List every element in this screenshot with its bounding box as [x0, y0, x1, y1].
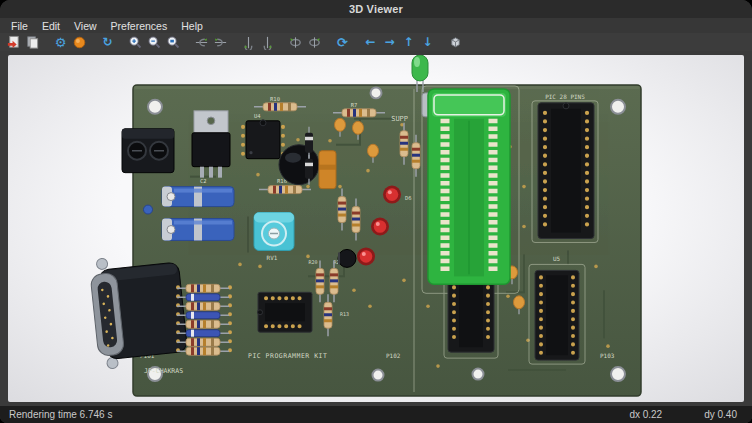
rotate-y-ccw-icon: [241, 35, 256, 50]
silkscreen-kit-title: PIC PROGRAMMER KIT: [248, 352, 327, 360]
viewport-canvas[interactable]: SUPP PIC 28 PINS U5 U4 R10 R7 R16 RV1 D6…: [8, 55, 744, 402]
menu-item-help[interactable]: Help: [174, 20, 210, 32]
window-title: 3D Viewer: [349, 3, 403, 15]
film-cap: [319, 151, 336, 189]
move-down-icon: ↓: [422, 36, 432, 48]
move-down-button[interactable]: ↓: [419, 34, 436, 50]
reload-board-button[interactable]: ⟳: [334, 34, 351, 50]
rotate-z-ccw-icon: [288, 35, 303, 50]
export-image-icon: [6, 35, 21, 50]
rotate-x-ccw-button[interactable]: [193, 34, 210, 50]
silkscreen-brand: JP-CHAKRAS: [144, 367, 183, 375]
silkscreen-rv1: RV1: [267, 254, 278, 261]
disc-cap-blue: [144, 205, 153, 214]
raytracing-button[interactable]: [71, 34, 88, 50]
transistor: [338, 249, 356, 267]
silkscreen-r20: R20: [308, 259, 317, 265]
silkscreen-d6: D6: [405, 195, 412, 201]
terminal-block: [122, 129, 174, 173]
zoom-in-icon: [128, 35, 143, 50]
dip-socket-14: [258, 292, 313, 332]
ic-socket-u5: [535, 270, 579, 360]
db9-connector: [89, 251, 189, 370]
silkscreen-r10: R10: [270, 96, 280, 102]
window: 3D Viewer File Edit View Preferences Hel…: [0, 0, 752, 423]
silkscreen-p103: P103: [600, 352, 615, 359]
export-image-button[interactable]: [5, 34, 22, 50]
move-right-icon: →: [384, 36, 394, 48]
status-bar: Rendering time 6.746 s dx 0.22 dy 0.40: [0, 406, 752, 423]
render-settings-button[interactable]: ⚙: [52, 34, 69, 50]
rotate-x-ccw-icon: [194, 35, 209, 50]
move-left-icon: ←: [365, 36, 375, 48]
red-led: [383, 186, 401, 204]
silkscreen-u4: U4: [254, 113, 261, 119]
gear-icon: ⚙: [55, 36, 67, 49]
reload-board-icon: ⟳: [337, 36, 348, 49]
silkscreen-r13: R13: [340, 311, 349, 317]
menu-item-file[interactable]: File: [4, 20, 35, 32]
ic-socket-mid: [448, 280, 494, 352]
trimmer-rv1: [254, 213, 294, 251]
viewport: SUPP PIC 28 PINS U5 U4 R10 R7 R16 RV1 D6…: [0, 51, 752, 406]
zif-socket: [422, 89, 510, 284]
title-bar[interactable]: 3D Viewer: [0, 0, 752, 18]
silkscreen-supply: SUPP: [391, 115, 408, 123]
rotate-x-cw-button[interactable]: [212, 34, 229, 50]
zoom-in-button[interactable]: [127, 34, 144, 50]
rotate-y-cw-icon: [260, 35, 275, 50]
zoom-fit-button[interactable]: [165, 34, 182, 50]
silkscreen-pic-28-pins: PIC 28 PINS: [545, 93, 585, 100]
reload-icon: ↻: [102, 36, 112, 48]
silkscreen-p102: P102: [386, 352, 401, 359]
zoom-fit-icon: [166, 35, 181, 50]
move-up-icon: ↑: [403, 36, 413, 48]
menu-item-preferences[interactable]: Preferences: [104, 20, 175, 32]
silkscreen-r7: R7: [351, 102, 358, 108]
zoom-out-icon: [147, 35, 162, 50]
pcb-3d-render: SUPP PIC 28 PINS U5 U4 R10 R7 R16 RV1 D6…: [8, 55, 744, 402]
rotate-z-cw-icon: [307, 35, 322, 50]
raytracing-icon: [72, 35, 87, 50]
menu-bar: File Edit View Preferences Help: [0, 18, 752, 33]
rotate-y-cw-button[interactable]: [259, 34, 276, 50]
pic-socket-28: [538, 103, 594, 239]
status-dx: dx 0.22: [629, 409, 662, 420]
status-rendering-time: Rendering time 6.746 s: [9, 409, 112, 420]
move-left-button[interactable]: ←: [362, 34, 379, 50]
reload-button[interactable]: ↻: [99, 34, 116, 50]
rotate-x-cw-icon: [213, 35, 228, 50]
rotate-y-ccw-button[interactable]: [240, 34, 257, 50]
silkscreen-u5: U5: [553, 255, 561, 262]
rotate-z-cw-button[interactable]: [306, 34, 323, 50]
copy-image-icon: [25, 35, 40, 50]
red-led: [371, 218, 389, 236]
orthographic-view-icon: [448, 35, 463, 50]
menu-item-edit[interactable]: Edit: [35, 20, 67, 32]
dip-ic-u4: [243, 120, 283, 159]
menu-item-view[interactable]: View: [67, 20, 104, 32]
zoom-out-button[interactable]: [146, 34, 163, 50]
rotate-z-ccw-button[interactable]: [287, 34, 304, 50]
orthographic-view-button[interactable]: [447, 34, 464, 50]
move-up-button[interactable]: ↑: [400, 34, 417, 50]
copy-image-button[interactable]: [24, 34, 41, 50]
toolbar: ⚙ ↻: [0, 33, 752, 51]
trimmer-pot-1: [162, 187, 234, 207]
trimmer-pot-2: [162, 219, 234, 241]
move-right-button[interactable]: →: [381, 34, 398, 50]
red-led: [357, 247, 375, 265]
silkscreen-c2: C2: [200, 178, 207, 184]
status-dy: dy 0.40: [704, 409, 737, 420]
